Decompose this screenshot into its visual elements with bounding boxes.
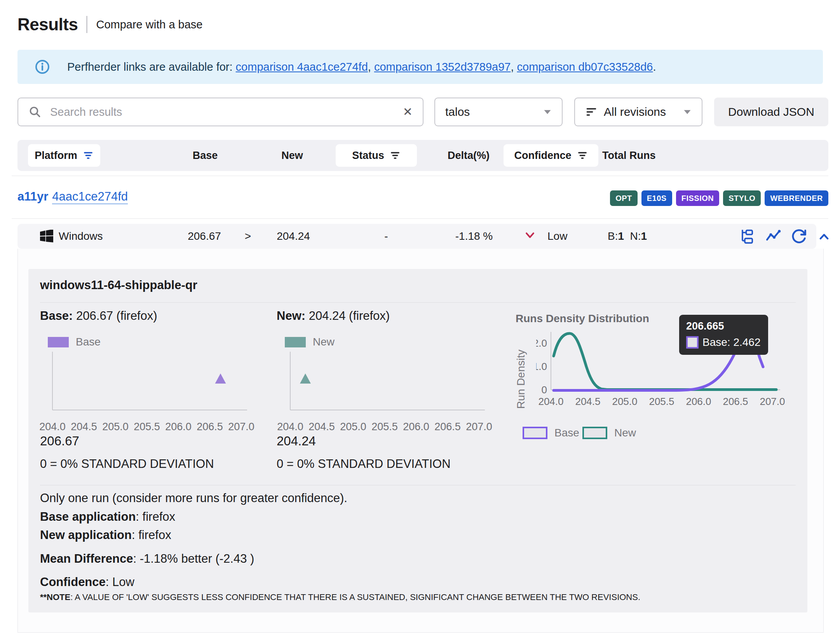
framework-select-value: talos xyxy=(445,105,470,119)
test-name: windows11-64-shippable-qr xyxy=(40,278,197,292)
base-application-label: Base application xyxy=(40,510,136,523)
new-stddev: 0 = 0% STANDARD DEVIATION xyxy=(277,457,451,471)
new-swatch xyxy=(285,337,306,347)
density-legend-new-label: New xyxy=(614,427,636,439)
retrigger-icon[interactable] xyxy=(791,228,807,244)
info-icon xyxy=(35,59,50,75)
new-data-point[interactable] xyxy=(300,373,311,384)
new-application-label: New application xyxy=(40,528,132,542)
base-outline-swatch xyxy=(523,427,547,439)
base-application-line: Base application: firefox xyxy=(40,510,175,524)
banner-text: Perfherder links are available for: comp… xyxy=(67,61,656,73)
banner-separator: , xyxy=(511,61,517,73)
comparison-link-1[interactable]: comparison 4aac1ce274fd xyxy=(236,61,368,73)
x-tick: 206.0 xyxy=(165,421,192,433)
windows-logo-icon xyxy=(40,230,53,243)
confidence-filter-button[interactable]: Confidence xyxy=(504,144,598,167)
tag-e10s: E10S xyxy=(641,190,672,206)
clear-search-icon[interactable]: ✕ xyxy=(403,106,413,118)
framework-select[interactable]: talos xyxy=(434,98,563,126)
x-tick: 206.5 xyxy=(197,421,223,433)
divider xyxy=(40,302,796,303)
divider xyxy=(40,485,796,485)
sort-lines-icon xyxy=(585,106,598,118)
only-one-run-note: Only one run (consider more runs for gre… xyxy=(40,491,347,505)
base-distribution-chart: 204.0 204.5 205.0 205.5 206.0 206.5 207.… xyxy=(37,348,272,439)
base-stddev: 0 = 0% STANDARD DEVIATION xyxy=(40,457,214,471)
mean-difference-label: Mean Difference xyxy=(40,552,133,565)
x-tick: 204.5 xyxy=(71,421,97,433)
total-runs-header-label: Total Runs xyxy=(602,140,656,171)
x-tick: 205.5 xyxy=(649,396,674,407)
new-header-label: New xyxy=(281,140,303,171)
status-header-label: Status xyxy=(352,150,384,162)
new-application-value: : firefox xyxy=(132,528,171,542)
collapse-row-icon[interactable] xyxy=(817,230,831,243)
new-legend-label: New xyxy=(313,336,335,348)
mean-difference-value: : -1.18% better (-2.43 ) xyxy=(133,552,254,565)
comparison-link-2[interactable]: comparison 1352d3789a97 xyxy=(374,61,511,73)
search-box[interactable]: ✕ xyxy=(17,98,423,126)
x-tick: 207.0 xyxy=(228,421,254,433)
tag-opt: OPT xyxy=(610,190,638,206)
suite-link[interactable]: a11yr xyxy=(17,190,48,203)
x-tick: 207.0 xyxy=(760,396,785,407)
chart-tooltip: 206.665 Base: 2.462 xyxy=(679,315,768,355)
tooltip-series-value: Base: 2.462 xyxy=(702,336,760,349)
comparison-link-3[interactable]: comparison db07c33528d6 xyxy=(517,61,653,73)
chevron-down-icon xyxy=(683,109,692,115)
x-tick: 204.0 xyxy=(538,396,563,407)
revision-hash-link[interactable]: 4aac1ce274fd xyxy=(52,190,128,204)
density-ylabel: Run Density xyxy=(515,349,527,409)
new-label: New: xyxy=(277,309,305,323)
x-tick: 204.0 xyxy=(39,421,66,433)
delta-value: -1.18 % xyxy=(455,224,493,249)
subtests-icon[interactable] xyxy=(739,228,756,244)
direction-indicator: > xyxy=(245,224,251,249)
controls-row: ✕ talos All revisions Download JSON xyxy=(17,98,828,126)
x-tick: 205.0 xyxy=(102,421,129,433)
revisions-select-value: All revisions xyxy=(604,105,666,119)
revision-tags: OPT E10S FISSION STYLO WEBRENDER xyxy=(610,190,828,206)
base-application-value: : firefox xyxy=(136,510,175,523)
x-tick: 205.5 xyxy=(134,421,160,433)
divider xyxy=(12,176,828,176)
platform-result-row: Windows 206.67 > 204.24 - -1.18 % Low B:… xyxy=(17,224,816,249)
filter-icon xyxy=(577,150,588,161)
confidence-value: Low xyxy=(547,224,567,249)
status-filter-button[interactable]: Status xyxy=(336,144,417,167)
x-tick: 206.0 xyxy=(403,421,429,433)
confidence-line: Confidence: Low xyxy=(40,575,134,589)
delta-header-label: Delta(%) xyxy=(448,140,490,171)
x-tick: 204.5 xyxy=(308,421,335,433)
download-json-button[interactable]: Download JSON xyxy=(714,98,828,126)
chevron-down-icon xyxy=(543,109,552,115)
x-tick: 206.5 xyxy=(723,396,748,407)
confidence-header-label: Confidence xyxy=(514,150,571,162)
y-tick: 0 xyxy=(542,384,547,396)
search-input[interactable] xyxy=(49,105,395,119)
x-tick: 204.0 xyxy=(277,421,303,433)
base-data-point[interactable] xyxy=(215,373,226,384)
tooltip-x-value: 206.665 xyxy=(686,320,760,332)
x-tick: 206.0 xyxy=(686,396,711,407)
tooltip-series-swatch xyxy=(686,336,699,349)
density-legend-base: Base xyxy=(523,427,579,439)
divider xyxy=(12,218,828,219)
tag-stylo: STYLO xyxy=(723,190,761,206)
base-summary: Base: 206.67 (firefox) xyxy=(40,309,157,323)
platform-filter-button[interactable]: Platform xyxy=(28,144,100,167)
revisions-filter-select[interactable]: All revisions xyxy=(574,98,702,126)
filter-icon xyxy=(390,150,401,161)
page-title: Results xyxy=(17,15,78,34)
confidence-label: Confidence xyxy=(40,575,106,589)
filter-icon xyxy=(83,150,94,161)
base-legend-label: Base xyxy=(76,336,101,348)
status-value: - xyxy=(384,224,388,249)
note-text: : A VALUE OF 'LOW' SUGGESTS LESS CONFIDE… xyxy=(70,592,640,602)
base-label: Base: xyxy=(40,309,73,323)
y-tick: 1.0 xyxy=(536,361,547,372)
x-tick: 207.0 xyxy=(466,421,492,433)
mean-difference-line: Mean Difference: -1.18% better (-2.43 ) xyxy=(40,552,254,566)
graph-icon[interactable] xyxy=(765,228,781,244)
